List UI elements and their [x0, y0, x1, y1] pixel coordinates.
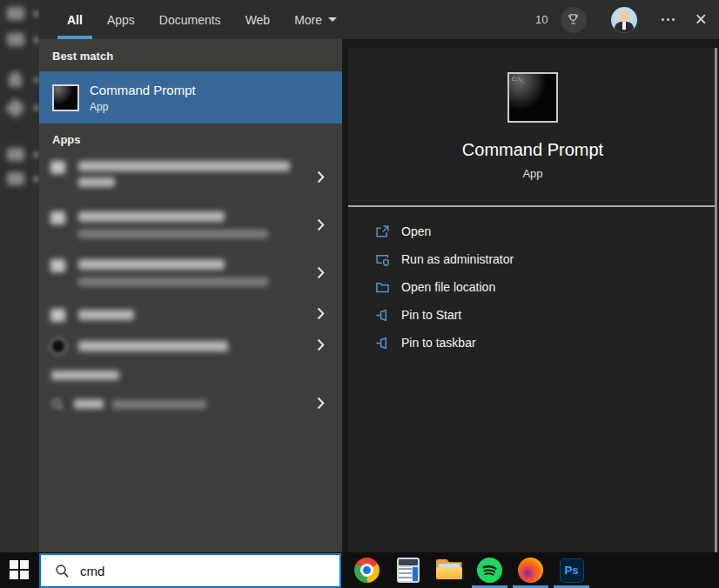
taskbar-item-calculator[interactable]	[387, 552, 428, 588]
pin-icon	[374, 308, 390, 323]
taskbar-item-firefox[interactable]	[510, 552, 551, 588]
tab-all[interactable]: All	[55, 0, 95, 39]
preview-type: App	[348, 167, 717, 180]
scrollbar[interactable]	[715, 48, 717, 552]
taskbar-item-spotify[interactable]	[469, 552, 510, 588]
taskbar-item-chrome[interactable]	[346, 552, 387, 588]
desktop-icon-blurred	[7, 7, 24, 20]
photoshop-icon: Ps	[560, 558, 584, 583]
user-avatar[interactable]	[611, 7, 637, 33]
search-topbar: All Apps Documents Web More 10	[39, 0, 719, 39]
action-pin-to-taskbar[interactable]: Pin to taskbar	[348, 329, 717, 357]
desktop-edge	[0, 0, 39, 552]
admin-shield-icon	[374, 252, 390, 267]
desktop-icon-blurred	[9, 71, 22, 87]
command-prompt-icon: C:\_	[507, 72, 558, 123]
context-actions: Open Run as administrator Open file l	[348, 217, 717, 357]
pin-icon	[374, 336, 390, 351]
preview-panel: C:\_ Command Prompt App Open	[348, 48, 717, 552]
action-open-file-location[interactable]: Open file location	[348, 273, 717, 301]
calculator-icon	[397, 558, 420, 583]
desktop-icon-blurred	[7, 33, 24, 46]
tab-web[interactable]: Web	[233, 0, 283, 39]
taskbar-item-file-explorer[interactable]	[428, 552, 469, 588]
rewards-trophy-icon[interactable]	[561, 7, 587, 33]
search-bar	[39, 553, 341, 588]
topbar-right-cluster: 10 ×	[535, 0, 707, 39]
chevron-right-icon	[317, 170, 325, 184]
windows-start-icon[interactable]	[10, 560, 30, 580]
open-icon	[374, 224, 390, 239]
tab-apps[interactable]: Apps	[95, 0, 147, 39]
firefox-icon	[518, 558, 543, 583]
taskbar-item-photoshop[interactable]: Ps	[551, 552, 592, 588]
divider	[348, 205, 717, 207]
file-explorer-icon	[436, 559, 462, 581]
search-icon	[50, 398, 64, 411]
best-match-type: App	[90, 101, 196, 113]
more-options-icon[interactable]	[662, 18, 675, 21]
desktop-icon-blurred	[7, 172, 24, 185]
apps-header: Apps	[52, 133, 81, 146]
search-icon	[55, 564, 70, 578]
best-match-title: Command Prompt	[90, 83, 196, 97]
chevron-right-icon	[317, 218, 325, 231]
rewards-count: 10	[535, 13, 548, 26]
best-match-header: Best match	[52, 50, 113, 63]
close-icon[interactable]: ×	[695, 10, 707, 30]
tab-documents[interactable]: Documents	[147, 0, 233, 39]
desktop-icon-blurred	[5, 98, 26, 119]
search-input[interactable]	[80, 564, 306, 578]
chrome-icon	[354, 558, 380, 583]
spotify-icon	[477, 558, 502, 583]
action-open[interactable]: Open	[348, 217, 717, 245]
action-pin-to-start[interactable]: Pin to Start	[348, 301, 717, 329]
action-run-as-administrator[interactable]: Run as administrator	[348, 245, 717, 273]
filter-tabs: All Apps Documents Web More	[39, 0, 349, 39]
web-section-header-redacted	[51, 371, 119, 380]
preview-title: Command Prompt	[348, 140, 717, 160]
taskbar-icons: Ps	[346, 552, 592, 588]
best-match-result[interactable]: Command Prompt App	[39, 71, 342, 124]
tab-more[interactable]: More	[282, 0, 349, 39]
results-panel: Best match Command Prompt App Apps	[39, 39, 342, 552]
chevron-right-icon	[317, 338, 325, 351]
windows-search-flyout: All Apps Documents Web More 10	[0, 0, 719, 588]
command-prompt-icon	[52, 84, 79, 111]
chevron-right-icon	[317, 307, 325, 320]
chevron-down-icon	[328, 17, 337, 22]
chevron-right-icon	[317, 266, 325, 279]
chevron-right-icon	[317, 397, 325, 410]
desktop-icon-blurred	[7, 148, 24, 161]
file-location-icon	[374, 280, 390, 295]
